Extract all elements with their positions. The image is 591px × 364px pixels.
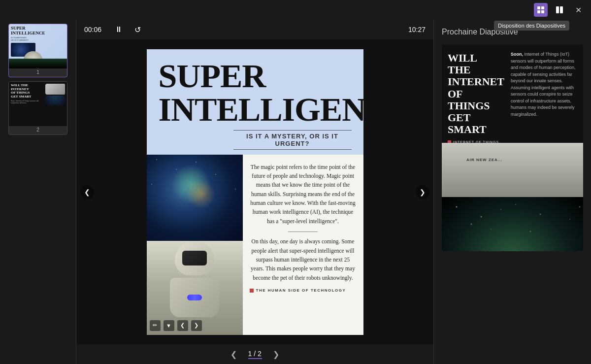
nsp-plane-image: AIR NEW ZEA... bbox=[442, 143, 583, 197]
svg-rect-3 bbox=[541, 10, 544, 13]
nsp-right: Soon, Internet of Things (IoT) sensors w… bbox=[506, 44, 583, 143]
thumb2-title: WILL THEINTERNETOF THINGSGET SMART bbox=[11, 84, 44, 99]
nsp-body-text: Soon, Internet of Things (IoT) sensors w… bbox=[511, 51, 578, 118]
slide-overlay-controls: ✏ ▼ ❮ ❯ bbox=[147, 320, 205, 331]
thumb1-title: SUPERINTELLIGENCE bbox=[11, 26, 45, 36]
pen-tool-button[interactable]: ✏ bbox=[150, 320, 161, 331]
main-area: SUPERINTELLIGENCE IS IT A MYSTERY,OR IS … bbox=[0, 20, 591, 364]
nsp-left: WILL THE INTERNET OF THINGS GET SMART IN… bbox=[442, 44, 506, 143]
thumb1-earth-img bbox=[9, 59, 67, 68]
plane-label: AIR NEW ZEA... bbox=[466, 158, 503, 162]
down-arrow-button[interactable]: ▼ bbox=[164, 320, 174, 331]
earth-city-lights bbox=[442, 197, 583, 251]
nebula-glow-2 bbox=[186, 179, 216, 209]
thumb2-plane-img bbox=[45, 84, 65, 95]
nsp-main-title: WILL THE INTERNET OF THINGS GET SMART bbox=[448, 52, 500, 135]
page-indicator-text: 1 / 2 bbox=[248, 350, 262, 358]
svg-rect-4 bbox=[556, 6, 559, 13]
arrow-right-button[interactable]: ❯ bbox=[191, 320, 202, 331]
svg-rect-0 bbox=[537, 6, 540, 9]
slide-panel: SUPERINTELLIGENCE IS IT A MYSTERY,OR IS … bbox=[0, 20, 76, 364]
slide-display: ❮ SUPER INTELLIGENCE IS IT A MYSTERY, OR… bbox=[76, 39, 433, 344]
slide-left-column bbox=[147, 155, 243, 335]
slide-subtitle: IS IT A MYSTERY, OR IS IT URGENT? bbox=[233, 130, 352, 150]
svg-rect-1 bbox=[541, 6, 544, 9]
topbar: Disposition des Diapositives ✕ bbox=[0, 0, 591, 20]
tag-label: THE HUMAN SIDE OF TECHNOLOGY bbox=[256, 288, 346, 293]
page-next-button[interactable]: ❯ bbox=[270, 348, 283, 361]
slide-main-title: SUPER INTELLIGENCE bbox=[159, 59, 352, 126]
thumb2-text: Soon, Internet of Things sensors will ou… bbox=[11, 100, 44, 104]
svg-rect-2 bbox=[537, 10, 540, 13]
pagination-bar: ❮ 1 / 2 ❯ bbox=[76, 344, 433, 364]
page-indicator: 1 / 2 bbox=[248, 350, 262, 359]
slide-thumb-2[interactable]: WILL THEINTERNETOF THINGSGET SMART Soon,… bbox=[8, 81, 67, 135]
slide-2-num: 2 bbox=[9, 126, 67, 134]
current-time: 00:06 bbox=[84, 26, 106, 33]
slide-tag: THE HUMAN SIDE OF TECHNOLOGY bbox=[250, 288, 357, 293]
robot-visor bbox=[182, 251, 207, 265]
page-prev-button[interactable]: ❮ bbox=[228, 348, 240, 361]
thumb2-earth-img bbox=[45, 96, 65, 105]
slide-thumb-1[interactable]: SUPERINTELLIGENCE IS IT A MYSTERY,OR IS … bbox=[8, 24, 67, 77]
robot-light bbox=[187, 295, 202, 300]
pause-button[interactable]: ⏸ bbox=[112, 23, 125, 36]
split-view-button[interactable] bbox=[553, 3, 566, 17]
arrow-left-button[interactable]: ❮ bbox=[177, 320, 188, 331]
slide-divider bbox=[288, 232, 318, 232]
slide-body: The magic point refers to the time point… bbox=[147, 155, 363, 335]
page-underline bbox=[248, 358, 262, 359]
next-slide-preview: WILL THE INTERNET OF THINGS GET SMART IN… bbox=[442, 44, 583, 251]
thumb1-sub: IS IT A MYSTERY,OR IS IT URGENT? bbox=[11, 37, 29, 42]
tag-square-icon bbox=[250, 289, 254, 293]
plane-background bbox=[442, 143, 583, 197]
tooltip: Disposition des Diapositives bbox=[494, 21, 569, 31]
slide-frame-1: SUPER INTELLIGENCE IS IT A MYSTERY, OR I… bbox=[147, 49, 363, 335]
close-button[interactable]: ✕ bbox=[571, 3, 585, 17]
robot-head bbox=[175, 241, 214, 275]
slide-1-num: 1 bbox=[9, 68, 67, 77]
slide-prev-button[interactable]: ❮ bbox=[80, 185, 94, 199]
robot-chest bbox=[170, 278, 219, 317]
slide-viewer: 00:06 ⏸ ↺ 10:27 ❮ SUPER INTELLIGENCE IS … bbox=[76, 20, 433, 364]
slide-text-paragraph-2: On this day, one day is always coming. S… bbox=[250, 237, 357, 282]
next-slide-panel: Prochaine Diapositive WILL THE INTERNET … bbox=[433, 20, 591, 364]
svg-rect-5 bbox=[560, 6, 563, 13]
slide-next-button[interactable]: ❯ bbox=[416, 185, 429, 199]
slide-right-column: The magic point refers to the time point… bbox=[243, 155, 363, 335]
playback-bar: 00:06 ⏸ ↺ 10:27 bbox=[76, 20, 433, 39]
nsp-earth-image bbox=[442, 197, 583, 251]
replay-button[interactable]: ↺ bbox=[131, 23, 144, 36]
nsp-top-section: WILL THE INTERNET OF THINGS GET SMART IN… bbox=[442, 44, 583, 143]
close-icon: ✕ bbox=[575, 5, 582, 15]
nebula-image bbox=[147, 155, 243, 241]
total-time: 10:27 bbox=[408, 26, 426, 33]
slide-header: SUPER INTELLIGENCE IS IT A MYSTERY, OR I… bbox=[147, 49, 363, 155]
slide-text-paragraph-1: The magic point refers to the time point… bbox=[250, 163, 357, 226]
grid-layout-button[interactable] bbox=[534, 3, 548, 17]
